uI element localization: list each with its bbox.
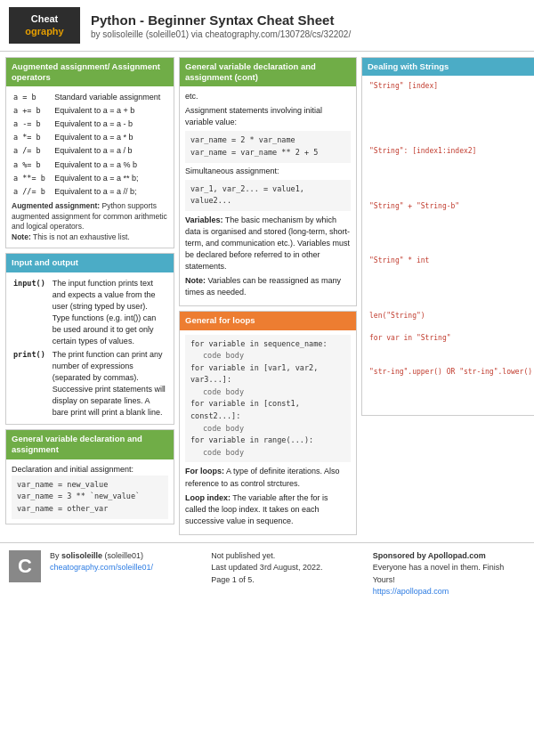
io-desc-2: The print function can print any number … <box>51 348 168 419</box>
assignment-note: Augmented assignment: Python supports au… <box>12 201 168 244</box>
for-loops-note2: Loop index: The variable after the for i… <box>185 492 351 527</box>
table-row: a /= bEquivalent to a = a / b <box>12 144 168 158</box>
io-table: input() The input function prints text a… <box>12 277 168 420</box>
strings-table: "String" [index]String indexing, accesse… <box>368 80 534 411</box>
simultaneous-code: var_1, var_2... = value1, value2... <box>185 180 351 211</box>
table-row: a += bEquivalent to a = a + b <box>12 104 168 118</box>
page-footer: C By solisoleille (soleille01) cheatogra… <box>0 542 534 606</box>
header-text: Python - Beginner Syntax Cheat Sheet by … <box>91 12 351 39</box>
table-row: "String" [index]String indexing, accesse… <box>368 80 534 145</box>
footer-page: Page 1 of 5. <box>211 574 363 587</box>
table-row: "String" + "String-b"String concatenatio… <box>368 200 534 255</box>
footer-sponsor-link[interactable]: https://apollopad.com <box>373 586 525 598</box>
section-var-body: Declaration and initial assignment: var_… <box>6 459 174 524</box>
assign-desc: Equivalent to a = a - b <box>53 118 168 131</box>
assign-op: a //= b <box>12 185 53 199</box>
table-row: "String": [index1:index2]String slicing,… <box>368 145 534 199</box>
assign-desc: Equivalent to a = a * b <box>53 131 168 144</box>
logo: Cheatography <box>9 7 80 44</box>
assign-op: a -= b <box>12 118 53 131</box>
var-code-block: var_name = new_value var_name = 3 ** `ne… <box>12 476 168 519</box>
assign-desc: Standard variable assignment <box>53 91 168 104</box>
table-row: a = bStandard variable assignment <box>12 91 168 104</box>
var-intro: Declaration and initial assignment: <box>12 464 168 476</box>
footer-published: Not published yet. <box>211 550 363 563</box>
footer-logo: C <box>9 550 41 582</box>
section-for-header: General for loops <box>180 312 356 329</box>
main-content: Augmented assignment/ Assignment operato… <box>0 52 534 535</box>
section-strings: Dealing with Strings "String" [index]Str… <box>361 57 534 416</box>
table-row: a //= bEquivalent to a = a // b; <box>12 185 168 199</box>
var-assignment-intro: Assignment statements involving initial … <box>185 105 351 128</box>
string-syntax: for var in "String" <box>368 332 534 366</box>
footer-username: solisoleille <box>61 551 102 560</box>
table-row: a -= bEquivalent to a = a - b <box>12 118 168 131</box>
io-func-1: input() <box>12 277 51 348</box>
footer-col-1: By solisoleille (soleille01) cheatograph… <box>50 550 202 574</box>
string-syntax: len("String") <box>368 310 534 333</box>
right-column: Dealing with Strings "String" [index]Str… <box>361 57 534 416</box>
assign-op: a *= b <box>12 131 53 144</box>
section-assignment-operators: Augmented assignment/ Assignment operato… <box>5 57 174 249</box>
string-syntax: "String" + "String-b" <box>368 200 534 255</box>
section-for-loops: General for loops for variable in sequen… <box>179 311 357 535</box>
section-io-body: input() The input function prints text a… <box>6 272 174 425</box>
section-var-header: General variable declaration and assignm… <box>6 430 174 459</box>
for-loops-note1: For loops: A type of definite iterations… <box>185 466 351 489</box>
io-desc-1: The input function prints text and expec… <box>51 277 168 348</box>
variables-note: Note: Variables can be reassigned as man… <box>185 275 351 298</box>
assign-desc: Equivalent to a = a ** b; <box>53 172 168 185</box>
var-etc: etc. <box>185 91 351 102</box>
footer-updated: Last updated 3rd August, 2022. <box>211 562 363 574</box>
string-syntax: "str-ing".upper() OR "str-ing".lower() <box>368 366 534 411</box>
footer-sponsor: Sponsored by Apollopad.com <box>373 550 525 563</box>
section-assignment-header: Augmented assignment/ Assignment operato… <box>6 58 174 87</box>
section-input-output: Input and output input() The input funct… <box>5 253 174 425</box>
assignment-table: a = bStandard variable assignmenta += bE… <box>12 91 168 198</box>
assign-desc: Equivalent to a = a // b; <box>53 185 168 199</box>
section-var-cont-body: etc. Assignment statements involving ini… <box>180 86 356 305</box>
section-io-header: Input and output <box>6 254 174 272</box>
page-subtitle: by solisoleille (soleille01) via cheatog… <box>91 29 351 39</box>
assign-op: a /= b <box>12 144 53 158</box>
string-syntax: "String" * int <box>368 255 534 309</box>
assign-desc: Equivalent to a = a / b <box>53 144 168 158</box>
for-code-block: for variable in sequence_name: code body… <box>185 335 351 463</box>
section-assignment-body: a = bStandard variable assignmenta += bE… <box>6 86 174 248</box>
assign-op: a += b <box>12 104 53 118</box>
section-var-cont: General variable declaration and assignm… <box>179 57 357 307</box>
left-column: Augmented assignment/ Assignment operato… <box>5 57 174 524</box>
middle-column: General variable declaration and assignm… <box>179 57 357 535</box>
footer-author: By solisoleille (soleille01) <box>50 550 202 563</box>
assign-desc: Equivalent to a = a + b <box>53 104 168 118</box>
page-title: Python - Beginner Syntax Cheat Sheet <box>91 12 351 29</box>
assign-op: a %= b <box>12 159 53 172</box>
footer-col-3: Sponsored by Apollopad.com Everyone has … <box>373 550 525 598</box>
variables-desc: Variables: The basic mechanism by which … <box>185 215 351 272</box>
assign-op: a = b <box>12 91 53 104</box>
assign-desc: Equivalent to a = a % b <box>53 159 168 172</box>
table-row: "str-ing".upper() OR "str-ing".lower()Th… <box>368 366 534 411</box>
table-row: len("String")Finds the character length … <box>368 310 534 333</box>
footer-col-2: Not published yet. Last updated 3rd Augu… <box>211 550 363 587</box>
section-var-cont-header: General variable declaration and assignm… <box>180 58 356 87</box>
footer-link[interactable]: cheatography.com/soleille01/ <box>50 562 202 574</box>
page-header: Cheatography Python - Beginner Syntax Ch… <box>0 0 534 52</box>
table-row: input() The input function prints text a… <box>12 277 168 348</box>
section-for-body: for variable in sequence_name: code body… <box>180 330 356 534</box>
table-row: a *= bEquivalent to a = a * b <box>12 131 168 144</box>
table-row: for var in "String"Iterates through all … <box>368 332 534 366</box>
table-row: print() The print function can print any… <box>12 348 168 419</box>
section-var-decl: General variable declaration and assignm… <box>5 429 174 524</box>
section-strings-header: Dealing with Strings <box>362 58 534 76</box>
footer-sponsor-desc: Everyone has a novel in them. Finish You… <box>373 562 525 586</box>
string-syntax: "String": [index1:index2] <box>368 145 534 199</box>
table-row: a %= bEquivalent to a = a % b <box>12 159 168 172</box>
io-func-2: print() <box>12 348 51 419</box>
string-syntax: "String" [index] <box>368 80 534 145</box>
var-code-2: var_name = 2 * var_name var_name = var_n… <box>185 131 351 162</box>
table-row: "String" * intRepetition, returns the sa… <box>368 255 534 309</box>
simultaneous-label: Simultaneous assignment: <box>185 166 351 177</box>
assign-op: a **= b <box>12 172 53 185</box>
table-row: a **= bEquivalent to a = a ** b; <box>12 172 168 185</box>
